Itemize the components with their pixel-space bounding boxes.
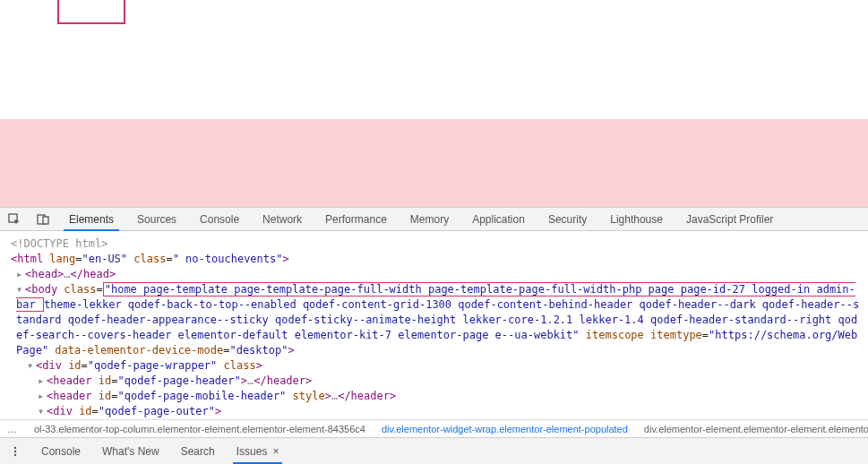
tab-performance[interactable]: Performance: [314, 208, 399, 230]
html-node[interactable]: <html lang="en-US" class=" no-touchevent…: [0, 252, 868, 267]
tab-application[interactable]: Application: [460, 208, 537, 230]
drawer-tab-search[interactable]: Search: [170, 438, 226, 464]
drawer-tabbar: Console What's New Search Issues×: [0, 437, 868, 464]
drawer-tab-console[interactable]: Console: [30, 438, 91, 464]
tab-elements[interactable]: Elements: [57, 208, 125, 230]
inspect-element-icon[interactable]: [0, 208, 29, 230]
svg-rect-2: [43, 217, 48, 224]
breadcrumb-item[interactable]: div.elementor-element.elementor-element.…: [644, 424, 868, 434]
doctype-node[interactable]: <!DOCTYPE html>: [11, 237, 107, 250]
drawer-tab-issues[interactable]: Issues×: [226, 438, 290, 464]
drawer-tab-whatsnew[interactable]: What's New: [91, 438, 170, 464]
device-toolbar-icon[interactable]: [29, 208, 57, 230]
svg-point-5: [14, 453, 16, 455]
tab-console[interactable]: Console: [188, 208, 251, 230]
header-page-mobile-header[interactable]: ▸<header id="qodef-page-mobile-header" s…: [0, 389, 868, 404]
tab-jsprofiler[interactable]: JavaScript Profiler: [675, 208, 785, 230]
devtools-tabbar: Elements Sources Console Network Perform…: [0, 207, 868, 231]
close-icon[interactable]: ×: [272, 445, 279, 458]
breadcrumb-overflow[interactable]: …: [7, 424, 18, 434]
breadcrumb-item[interactable]: div.elementor-widget-wrap.elementor-elem…: [382, 424, 628, 434]
svg-point-4: [14, 450, 16, 451]
header-page-header[interactable]: ▸<header id="qodef-page-header">…</heade…: [0, 374, 868, 389]
div-page-wrapper[interactable]: ▾<div id="qodef-page-wrapper" class>: [0, 358, 868, 374]
tab-lighthouse[interactable]: Lighthouse: [598, 208, 675, 230]
body-node[interactable]: ▾<body class="home page-template page-te…: [0, 282, 868, 358]
div-page-outer[interactable]: ▾<div id="qodef-page-outer">: [0, 404, 868, 419]
elements-dom-tree[interactable]: <!DOCTYPE html> <html lang="en-US" class…: [0, 231, 868, 419]
breadcrumb-item[interactable]: ol-33.elementor-top-column.elementor-ele…: [34, 424, 365, 434]
breadcrumb-bar[interactable]: … ol-33.elementor-top-column.elementor-e…: [0, 419, 868, 437]
tab-sources[interactable]: Sources: [125, 208, 188, 230]
page-preview: [0, 0, 868, 207]
head-node[interactable]: ▸<head>…</head>: [0, 267, 868, 282]
tab-network[interactable]: Network: [251, 208, 314, 230]
kebab-menu-icon[interactable]: [0, 438, 30, 464]
svg-point-3: [14, 446, 16, 448]
tab-security[interactable]: Security: [537, 208, 598, 230]
tab-memory[interactable]: Memory: [399, 208, 460, 230]
